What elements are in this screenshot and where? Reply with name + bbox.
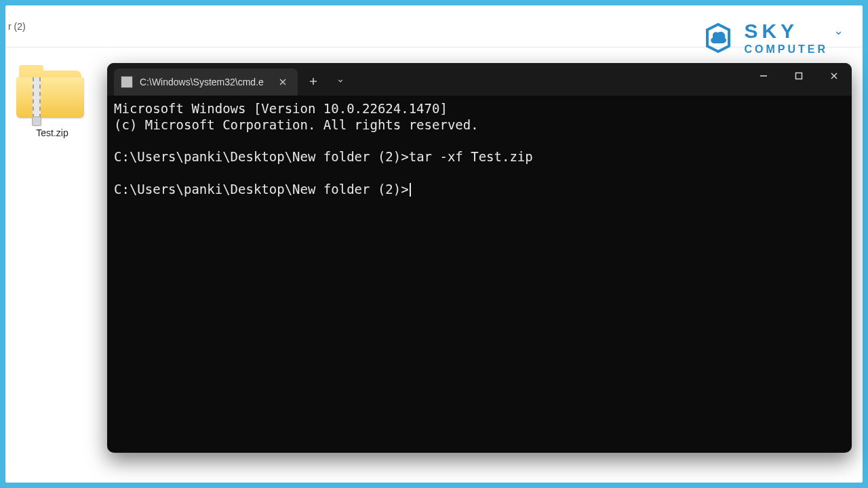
terminal-prompt: C:\Users\panki\Desktop\New folder (2)> <box>114 149 409 164</box>
terminal-line: (c) Microsoft Corporation. All rights re… <box>114 117 479 132</box>
chevron-down-icon: ⌄ <box>833 23 844 38</box>
terminal-window: C:\Windows\System32\cmd.e <box>107 63 852 453</box>
logo-text-bottom: COMPUTER <box>744 44 828 55</box>
file-label: Test.zip <box>15 127 90 138</box>
file-item[interactable]: Test.zip <box>15 68 90 138</box>
terminal-prompt: C:\Users\panki\Desktop\New folder (2)> <box>114 182 409 197</box>
maximize-button[interactable] <box>781 63 816 89</box>
outer-frame: r (2) SKY COMPUTER ⌄ Test.zip C:\ <box>5 5 863 483</box>
close-window-button[interactable] <box>816 63 852 89</box>
terminal-command: tar -xf Test.zip <box>409 149 533 164</box>
svg-rect-0 <box>796 73 802 79</box>
terminal-tab[interactable]: C:\Windows\System32\cmd.e <box>114 68 298 96</box>
tab-title: C:\Windows\System32\cmd.e <box>140 77 264 87</box>
zip-folder-icon <box>15 68 90 123</box>
new-tab-button[interactable] <box>302 70 325 93</box>
maximize-icon <box>794 71 804 81</box>
logo-icon <box>701 20 736 56</box>
terminal-line: Microsoft Windows [Version 10.0.22624.14… <box>114 101 448 116</box>
breadcrumb: r (2) <box>8 21 26 32</box>
chevron-down-icon <box>336 79 344 84</box>
tab-dropdown-button[interactable] <box>329 70 352 93</box>
text-cursor <box>410 183 411 197</box>
close-tab-button[interactable] <box>276 75 290 89</box>
brand-logo: SKY COMPUTER ⌄ <box>701 20 844 56</box>
terminal-body[interactable]: Microsoft Windows [Version 10.0.22624.14… <box>107 96 852 453</box>
window-controls <box>746 63 852 89</box>
terminal-titlebar[interactable]: C:\Windows\System32\cmd.e <box>107 63 852 96</box>
cmd-icon <box>121 76 133 88</box>
logo-text-top: SKY <box>744 21 828 41</box>
minimize-icon <box>759 71 768 81</box>
close-icon <box>829 71 839 81</box>
minimize-button[interactable] <box>746 63 781 89</box>
close-icon <box>279 79 286 85</box>
plus-icon <box>309 77 317 85</box>
